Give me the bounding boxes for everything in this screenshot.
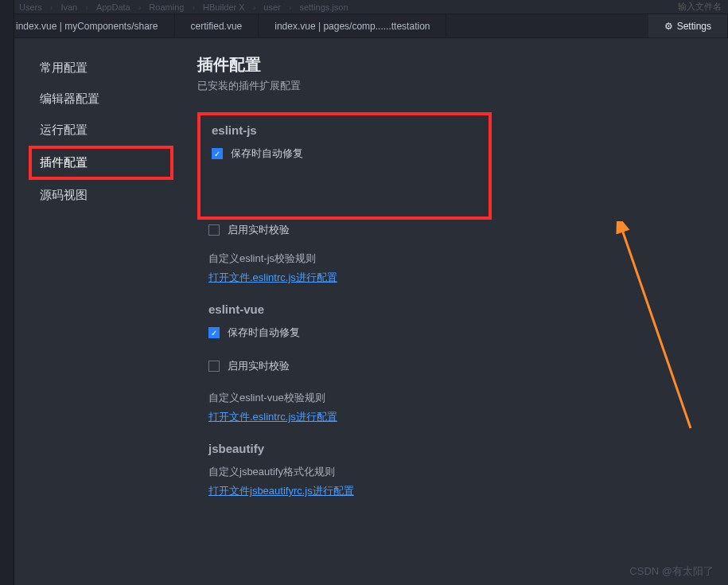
jsbeautify-head: jsbeautify bbox=[208, 442, 704, 455]
sidebar-item-run[interactable]: 运行配置 bbox=[40, 115, 173, 146]
tab-bar: index.vue | myComponents/share certified… bbox=[0, 14, 728, 38]
sidebar-item-source[interactable]: 源码视图 bbox=[40, 180, 173, 211]
crumb[interactable]: Ivan bbox=[60, 2, 77, 12]
page-subtitle: 已安装的插件扩展配置 bbox=[197, 79, 704, 93]
tab-index-attestation[interactable]: index.vue | pages/comp......ttestation bbox=[259, 14, 446, 37]
crumb[interactable]: AppData bbox=[96, 2, 130, 12]
crumb[interactable]: Users bbox=[19, 2, 42, 12]
settings-content: 插件配置 已安装的插件扩展配置 eslint-js 保存时自动修复 启用实时校验… bbox=[173, 38, 728, 585]
eslint-vue-head: eslint-vue bbox=[208, 302, 704, 316]
jsbeautify-rule-label: 自定义jsbeautify格式化规则 bbox=[208, 465, 704, 479]
crumb[interactable]: HBuilder X bbox=[203, 2, 245, 12]
sidebar-item-common[interactable]: 常用配置 bbox=[40, 53, 173, 84]
activity-bar[interactable] bbox=[0, 0, 14, 585]
watermark: CSDN @有太阳了 bbox=[629, 564, 714, 579]
tab-index-share[interactable]: index.vue | myComponents/share bbox=[0, 14, 175, 37]
eslint-vue-rule-label: 自定义eslint-vue校验规则 bbox=[208, 391, 704, 405]
sidebar-item-editor[interactable]: 编辑器配置 bbox=[40, 84, 173, 115]
eslint-vue-autofix-row[interactable]: 保存时自动修复 bbox=[208, 326, 704, 340]
eslint-vue-rule-link[interactable]: 打开文件.eslintrc.js进行配置 bbox=[208, 410, 704, 424]
checkbox-unchecked-icon[interactable] bbox=[208, 224, 220, 236]
eslint-js-rule-label: 自定义eslint-js校验规则 bbox=[208, 252, 704, 266]
crumb[interactable]: user bbox=[263, 2, 280, 12]
eslint-js-realtime-label: 启用实时校验 bbox=[228, 223, 290, 237]
eslint-vue-realtime-label: 启用实时校验 bbox=[228, 359, 290, 373]
tab-settings[interactable]: Settings bbox=[648, 14, 728, 37]
sidebar-item-plugins[interactable]: 插件配置 bbox=[29, 146, 173, 180]
eslint-js-rule-link[interactable]: 打开文件.eslintrc.js进行配置 bbox=[208, 271, 704, 285]
tab-settings-label: Settings bbox=[677, 21, 711, 32]
eslint-js-section-highlight: eslint-js 保存时自动修复 bbox=[197, 112, 492, 220]
eslint-js-autofix-row[interactable]: 保存时自动修复 bbox=[212, 146, 477, 161]
crumb[interactable]: settings.json bbox=[299, 2, 348, 12]
crumb[interactable]: Roaming bbox=[149, 2, 184, 12]
jsbeautify-rule-link[interactable]: 打开文件jsbeautifyrc.js进行配置 bbox=[208, 484, 704, 498]
gear-icon bbox=[664, 21, 673, 32]
breadcrumb: Users› Ivan› AppData› Roaming› HBuilder … bbox=[0, 0, 728, 14]
eslint-js-autofix-label: 保存时自动修复 bbox=[231, 146, 303, 161]
page-title: 插件配置 bbox=[197, 54, 704, 76]
eslint-vue-realtime-row[interactable]: 启用实时校验 bbox=[208, 359, 704, 373]
eslint-js-head: eslint-js bbox=[212, 123, 477, 137]
tab-certified[interactable]: certified.vue bbox=[175, 14, 259, 37]
eslint-vue-autofix-label: 保存时自动修复 bbox=[228, 326, 300, 340]
checkbox-checked-icon[interactable] bbox=[208, 327, 220, 338]
checkbox-unchecked-icon[interactable] bbox=[208, 361, 220, 372]
search-hint[interactable]: 输入文件名 bbox=[678, 1, 722, 13]
checkbox-checked-icon[interactable] bbox=[212, 148, 223, 159]
eslint-js-realtime-row[interactable]: 启用实时校验 bbox=[208, 223, 704, 237]
settings-sidebar: 常用配置 编辑器配置 运行配置 插件配置 源码视图 bbox=[14, 38, 173, 585]
